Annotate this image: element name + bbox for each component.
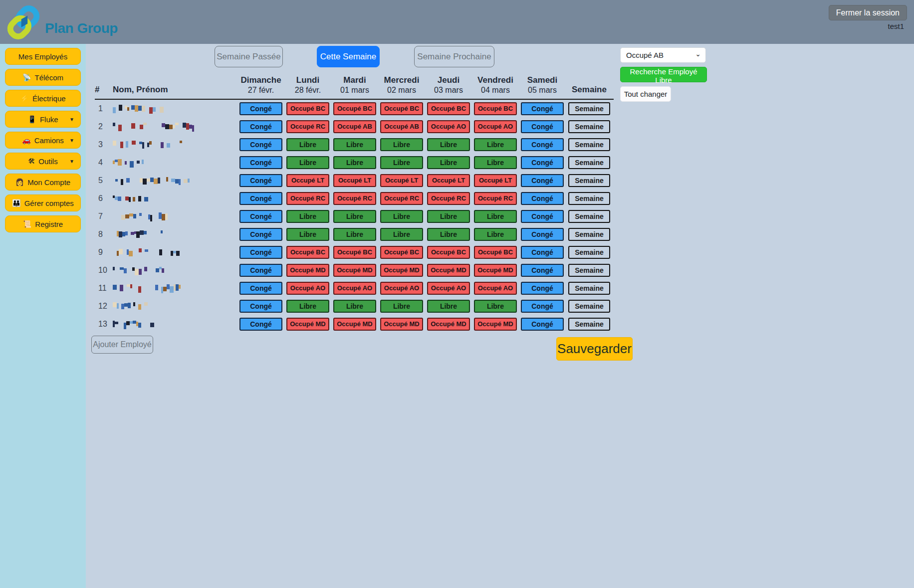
status-button-occupe[interactable]: Occupé MD [427,318,470,331]
status-button-conge[interactable]: Congé [521,102,564,115]
status-button-conge[interactable]: Congé [239,318,282,331]
next-week-button[interactable]: Semaine Prochaine [414,46,494,67]
status-button-libre[interactable]: Libre [380,210,423,223]
sidebar-item-electrique[interactable]: ⚡Électrique [5,90,81,107]
status-button-occupe[interactable]: Occupé MD [474,264,517,277]
status-button-conge[interactable]: Congé [521,246,564,259]
status-button-occupe[interactable]: Occupé MD [380,318,423,331]
status-button-libre[interactable]: Libre [474,210,517,223]
status-button-occupe[interactable]: Occupé LT [380,174,423,187]
status-button-occupe[interactable]: Occupé BC [380,246,423,259]
sidebar-item-outils[interactable]: 🛠Outils▼ [5,153,81,170]
status-button-occupe[interactable]: Occupé MD [286,318,329,331]
status-button-libre[interactable]: Libre [474,228,517,241]
week-detail-button[interactable]: Semaine [568,210,610,223]
status-button-occupe[interactable]: Occupé RC [286,192,329,205]
status-button-conge[interactable]: Congé [239,228,282,241]
status-button-occupe[interactable]: Occupé AB [380,120,423,133]
status-button-conge[interactable]: Congé [239,300,282,313]
status-button-occupe[interactable]: Occupé BC [427,102,470,115]
close-session-button[interactable]: Fermer la session [829,5,907,20]
status-button-conge[interactable]: Congé [239,246,282,259]
status-button-occupe[interactable]: Occupé RC [427,192,470,205]
save-button[interactable]: Sauvegarder [556,337,633,361]
status-button-libre[interactable]: Libre [474,300,517,313]
status-button-libre[interactable]: Libre [427,138,470,151]
week-detail-button[interactable]: Semaine [568,192,610,205]
current-week-button[interactable]: Cette Semaine [317,46,380,67]
status-button-occupe[interactable]: Occupé BC [333,246,376,259]
status-button-conge[interactable]: Congé [239,156,282,169]
status-button-libre[interactable]: Libre [380,156,423,169]
status-button-libre[interactable]: Libre [286,138,329,151]
status-button-conge[interactable]: Congé [521,264,564,277]
sidebar-item-camions[interactable]: 🚗Camions▼ [5,132,81,149]
status-button-occupe[interactable]: Occupé MD [286,264,329,277]
status-button-occupe[interactable]: Occupé AO [474,120,517,133]
status-button-conge[interactable]: Congé [521,174,564,187]
status-button-occupe[interactable]: Occupé AB [333,120,376,133]
status-button-conge[interactable]: Congé [521,318,564,331]
status-button-occupe[interactable]: Occupé RC [380,192,423,205]
week-detail-button[interactable]: Semaine [568,300,610,313]
status-button-conge[interactable]: Congé [239,138,282,151]
sidebar-item-fluke[interactable]: 📱Fluke▼ [5,111,81,128]
status-button-libre[interactable]: Libre [333,138,376,151]
status-button-libre[interactable]: Libre [380,300,423,313]
status-button-libre[interactable]: Libre [380,228,423,241]
status-button-occupe[interactable]: Occupé AO [333,282,376,295]
change-all-button[interactable]: Tout changer [620,86,671,102]
status-button-occupe[interactable]: Occupé RC [333,192,376,205]
week-detail-button[interactable]: Semaine [568,174,610,187]
week-detail-button[interactable]: Semaine [568,318,610,331]
status-button-conge[interactable]: Congé [521,138,564,151]
status-button-occupe[interactable]: Occupé MD [474,318,517,331]
status-button-occupe[interactable]: Occupé BC [333,102,376,115]
week-detail-button[interactable]: Semaine [568,156,610,169]
status-button-occupe[interactable]: Occupé MD [427,264,470,277]
past-week-button[interactable]: Semaine Passée [215,46,283,67]
status-button-occupe[interactable]: Occupé AO [286,282,329,295]
status-button-occupe[interactable]: Occupé BC [286,246,329,259]
status-button-occupe[interactable]: Occupé BC [474,102,517,115]
status-button-conge[interactable]: Congé [239,282,282,295]
status-button-libre[interactable]: Libre [427,156,470,169]
status-button-occupe[interactable]: Occupé LT [286,174,329,187]
sidebar-item-mes-employes[interactable]: Mes Employés [5,48,81,65]
status-button-libre[interactable]: Libre [286,210,329,223]
status-button-occupe[interactable]: Occupé MD [333,318,376,331]
status-button-libre[interactable]: Libre [286,228,329,241]
status-button-conge[interactable]: Congé [521,210,564,223]
status-button-occupe[interactable]: Occupé MD [380,264,423,277]
status-button-libre[interactable]: Libre [333,228,376,241]
status-button-libre[interactable]: Libre [333,300,376,313]
week-detail-button[interactable]: Semaine [568,228,610,241]
status-button-conge[interactable]: Congé [521,120,564,133]
status-button-conge[interactable]: Congé [239,120,282,133]
status-button-occupe[interactable]: Occupé RC [474,192,517,205]
sidebar-item-mon-compte[interactable]: 👩Mon Compte [5,174,81,191]
status-button-occupe[interactable]: Occupé BC [427,246,470,259]
status-button-libre[interactable]: Libre [286,300,329,313]
status-button-occupe[interactable]: Occupé BC [474,246,517,259]
status-button-libre[interactable]: Libre [474,138,517,151]
status-button-libre[interactable]: Libre [427,228,470,241]
sidebar-item-gerer-comptes[interactable]: 👪Gérer comptes [5,195,81,211]
status-button-libre[interactable]: Libre [286,156,329,169]
status-button-conge[interactable]: Congé [521,156,564,169]
status-button-occupe[interactable]: Occupé AO [380,282,423,295]
status-button-libre[interactable]: Libre [427,300,470,313]
status-button-conge[interactable]: Congé [521,282,564,295]
status-button-conge[interactable]: Congé [239,264,282,277]
status-button-libre[interactable]: Libre [427,210,470,223]
status-button-occupe[interactable]: Occupé LT [474,174,517,187]
status-button-conge[interactable]: Congé [239,210,282,223]
week-detail-button[interactable]: Semaine [568,264,610,277]
status-button-occupe[interactable]: Occupé MD [333,264,376,277]
status-button-conge[interactable]: Congé [239,192,282,205]
sidebar-item-registre[interactable]: 📜Registre [5,215,81,232]
status-button-conge[interactable]: Congé [239,102,282,115]
status-button-conge[interactable]: Congé [521,300,564,313]
week-detail-button[interactable]: Semaine [568,102,610,115]
search-free-employee-button[interactable]: Recherche Employé Libre [620,67,707,82]
